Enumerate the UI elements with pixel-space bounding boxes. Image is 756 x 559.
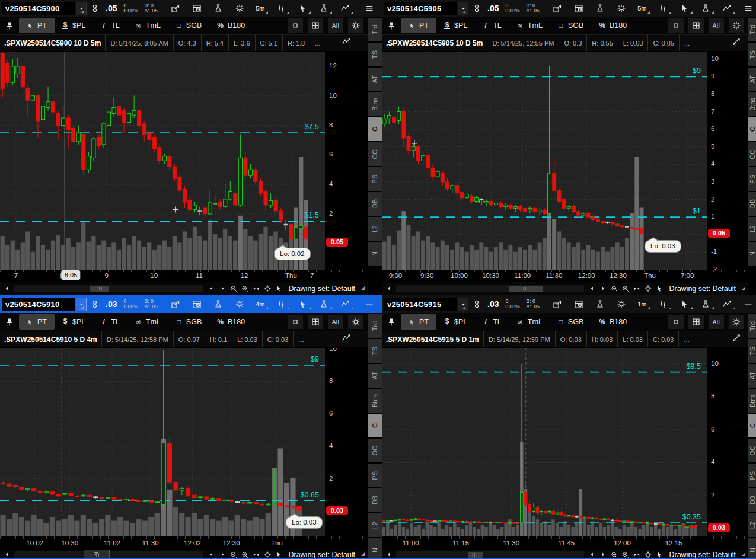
resize-grip-icon[interactable] [742,286,745,290]
crosshair-icon[interactable] [264,285,271,293]
drawing-set-label[interactable]: Drawing set: Default [288,285,355,293]
pan-right-small-icon[interactable] [599,285,607,293]
cursor-icon[interactable] [656,285,663,293]
patterns-icon[interactable] [716,1,738,15]
settings-gear-icon[interactable] [348,315,363,329]
menu-icon[interactable] [359,297,380,311]
strategies-beaker-icon[interactable] [695,297,716,311]
pl-button[interactable]: $$PL [436,18,475,33]
gadget-tab-ts[interactable]: TS [368,43,382,66]
pl-button[interactable]: $$PL [436,314,475,330]
gadget-tab-c[interactable]: C [368,117,382,141]
studies-beaker-icon[interactable] [208,1,229,15]
patterns-icon[interactable] [334,297,356,311]
resize-grip-icon[interactable] [361,552,365,556]
gadget-tab-db[interactable]: DB [368,192,382,216]
symbol-dropdown-button[interactable] [458,298,468,311]
volume-profile-icon[interactable] [652,297,674,311]
scrollbar-thumb[interactable] [509,286,543,292]
grid-layout-icon[interactable] [688,315,704,329]
pt-button[interactable]: PT [401,18,436,33]
gadget-tab-trd[interactable]: Trd [748,314,756,338]
share-icon[interactable] [165,1,186,15]
tml-button[interactable]: TmL [127,18,168,33]
scrollbar-thumb[interactable] [468,552,483,558]
sgb-button[interactable]: □SGB [550,314,591,330]
link-icon[interactable] [89,1,101,15]
gadget-tab-at[interactable]: AT [368,68,382,91]
pointer-tool-icon[interactable] [292,1,313,15]
gadget-tab-oc[interactable]: OC [748,439,756,462]
b180-button[interactable]: %B180 [209,18,253,33]
chart-style-icon[interactable] [342,333,353,345]
settings-gear-icon[interactable] [348,18,363,33]
share-icon[interactable] [547,1,568,15]
zoom-in-icon[interactable] [622,285,629,293]
tml-button[interactable]: TmL [509,18,550,33]
pt-button[interactable]: PT [401,314,436,330]
pl-button[interactable]: $$PL [55,18,93,33]
gadget-tab-ps[interactable]: PS [368,167,382,191]
settings-gear-icon[interactable] [729,315,744,329]
grid-layout-icon[interactable] [308,315,323,329]
link-icon[interactable] [89,297,101,311]
fit-chart-icon[interactable] [732,333,744,345]
zoom-in-icon[interactable] [241,285,248,293]
gadget-tab-n[interactable]: N [748,538,756,559]
pin-icon[interactable] [383,315,400,329]
gadget-tab-l2[interactable]: L2 [368,217,382,241]
menu-icon[interactable] [738,1,756,15]
calendar-icon[interactable] [568,297,589,311]
price-chart[interactable]: $9$1Lo: 0.03 [382,52,707,270]
tml-button[interactable]: TmL [509,314,550,330]
show-all-button[interactable]: All [709,18,724,33]
volume-profile-icon[interactable] [270,1,292,15]
volume-profile-icon[interactable] [652,1,674,15]
pan-left-small-icon[interactable] [588,285,595,293]
studies-beaker-icon[interactable] [589,1,611,15]
show-all-button[interactable]: All [709,315,724,329]
gadget-tab-btns[interactable]: Btns [368,389,382,413]
gadget-tab-ts[interactable]: TS [748,43,756,66]
fit-chart-icon[interactable] [732,37,744,49]
time-axis[interactable]: 9:009:3010:0010:3011:0011:3012:0012:30Th… [382,270,748,282]
gadget-tab-oc[interactable]: OC [368,142,382,166]
gadget-tab-trd[interactable]: Trd [748,18,756,41]
pointer-tool-icon[interactable] [674,297,695,311]
symbol-input[interactable]: v250514C5910 [2,298,75,311]
candlestick-chart[interactable]: $9$1 [382,52,707,270]
tl-button[interactable]: /TL [93,18,127,33]
sgb-button[interactable]: □SGB [550,18,591,33]
scrollbar-track[interactable] [14,285,203,292]
pt-button[interactable]: PT [19,18,55,33]
gadget-tab-oc[interactable]: OC [748,142,756,166]
gadget-tab-c[interactable]: C [748,414,756,437]
crosshair-icon[interactable] [645,285,652,293]
scrollbar-thumb[interactable] [84,552,109,558]
link-icon[interactable] [471,1,483,15]
strategies-beaker-icon[interactable] [695,1,716,15]
patterns-icon[interactable] [334,1,356,15]
gadget-tab-l2[interactable]: L2 [748,513,756,537]
price-axis[interactable]: 109876543210-1-20.05 [707,52,748,270]
pan-left-icon[interactable] [3,285,10,293]
gadget-tab-oc[interactable]: OC [368,439,382,462]
sgb-button[interactable]: □SGB [168,314,209,330]
price-chart[interactable]: $9.5$0.35 [382,348,707,536]
share-icon[interactable] [547,297,568,311]
price-axis[interactable]: 121086420.05 [325,52,368,270]
pin-icon[interactable] [1,315,18,329]
restore-panel-icon[interactable] [288,18,303,33]
chart-style-icon[interactable] [342,37,353,49]
price-axis[interactable]: 1086420.03 [325,348,368,536]
menu-icon[interactable] [738,297,756,311]
strategies-beaker-icon[interactable] [313,297,334,311]
zoom-out-icon[interactable] [230,285,237,293]
restore-panel-icon[interactable] [668,315,684,329]
symbol-dropdown-button[interactable] [458,2,468,15]
pan-left-icon[interactable] [385,285,392,293]
show-all-button[interactable]: All [328,18,343,33]
resize-grip-icon[interactable] [742,552,745,556]
pointer-tool-icon[interactable] [674,1,695,15]
timeframe-button[interactable]: 4m [250,297,270,311]
